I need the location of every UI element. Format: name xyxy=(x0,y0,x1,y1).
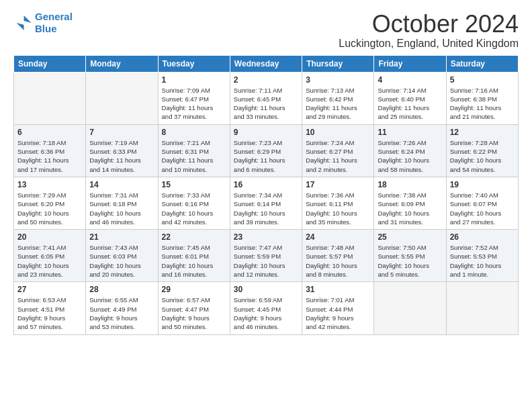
day-info: Sunrise: 7:34 AM Sunset: 6:14 PM Dayligh… xyxy=(234,191,298,226)
calendar-day xyxy=(14,72,86,124)
day-number: 21 xyxy=(89,232,154,242)
day-number: 13 xyxy=(17,180,82,189)
calendar-day: 31Sunrise: 7:01 AM Sunset: 4:44 PM Dayli… xyxy=(302,282,374,334)
day-number: 14 xyxy=(89,180,154,189)
logo-line2: Blue xyxy=(35,23,57,34)
day-info: Sunrise: 6:53 AM Sunset: 4:51 PM Dayligh… xyxy=(17,295,82,331)
day-number: 22 xyxy=(162,232,226,242)
day-number: 12 xyxy=(450,128,515,137)
calendar-day: 20Sunrise: 7:41 AM Sunset: 6:05 PM Dayli… xyxy=(14,230,86,282)
calendar-week-2: 6Sunrise: 7:18 AM Sunset: 6:36 PM Daylig… xyxy=(14,124,519,177)
day-info: Sunrise: 7:38 AM Sunset: 6:09 PM Dayligh… xyxy=(378,191,442,226)
day-info: Sunrise: 6:57 AM Sunset: 4:47 PM Dayligh… xyxy=(162,295,226,331)
day-info: Sunrise: 7:11 AM Sunset: 6:45 PM Dayligh… xyxy=(234,86,298,122)
calendar-day: 9Sunrise: 7:23 AM Sunset: 6:29 PM Daylig… xyxy=(230,124,302,177)
day-info: Sunrise: 7:40 AM Sunset: 6:07 PM Dayligh… xyxy=(450,191,515,226)
day-number: 25 xyxy=(378,232,442,242)
calendar-day: 8Sunrise: 7:21 AM Sunset: 6:31 PM Daylig… xyxy=(158,124,230,177)
calendar-day: 12Sunrise: 7:28 AM Sunset: 6:22 PM Dayli… xyxy=(446,124,518,177)
location: Luckington, England, United Kingdom xyxy=(339,38,519,50)
calendar-day: 15Sunrise: 7:33 AM Sunset: 6:16 PM Dayli… xyxy=(158,177,230,229)
calendar-day: 18Sunrise: 7:38 AM Sunset: 6:09 PM Dayli… xyxy=(374,177,446,229)
calendar-day: 6Sunrise: 7:18 AM Sunset: 6:36 PM Daylig… xyxy=(14,124,86,177)
calendar-day: 22Sunrise: 7:45 AM Sunset: 6:01 PM Dayli… xyxy=(158,230,230,282)
col-friday: Friday xyxy=(374,55,446,72)
day-number: 28 xyxy=(89,285,154,294)
day-info: Sunrise: 7:16 AM Sunset: 6:38 PM Dayligh… xyxy=(450,86,515,122)
calendar-day: 1Sunrise: 7:09 AM Sunset: 6:47 PM Daylig… xyxy=(158,72,230,124)
calendar-day: 11Sunrise: 7:26 AM Sunset: 6:24 PM Dayli… xyxy=(374,124,446,177)
day-number: 2 xyxy=(234,75,298,85)
day-number: 8 xyxy=(162,128,226,137)
day-number: 20 xyxy=(17,232,82,242)
calendar-day: 16Sunrise: 7:34 AM Sunset: 6:14 PM Dayli… xyxy=(230,177,302,229)
day-info: Sunrise: 7:26 AM Sunset: 6:24 PM Dayligh… xyxy=(378,138,442,174)
day-number: 27 xyxy=(17,285,82,294)
calendar-day: 28Sunrise: 6:55 AM Sunset: 4:49 PM Dayli… xyxy=(86,282,158,334)
col-tuesday: Tuesday xyxy=(158,55,230,72)
day-info: Sunrise: 6:55 AM Sunset: 4:49 PM Dayligh… xyxy=(89,295,154,331)
calendar-day: 26Sunrise: 7:52 AM Sunset: 5:53 PM Dayli… xyxy=(446,230,518,282)
calendar-day: 13Sunrise: 7:29 AM Sunset: 6:20 PM Dayli… xyxy=(14,177,86,229)
day-info: Sunrise: 7:14 AM Sunset: 6:40 PM Dayligh… xyxy=(378,86,442,122)
calendar-week-4: 20Sunrise: 7:41 AM Sunset: 6:05 PM Dayli… xyxy=(14,230,519,282)
logo: General Blue xyxy=(13,11,73,35)
title-block: October 2024 Luckington, England, United… xyxy=(339,11,519,50)
calendar-day: 24Sunrise: 7:48 AM Sunset: 5:57 PM Dayli… xyxy=(302,230,374,282)
day-info: Sunrise: 7:24 AM Sunset: 6:27 PM Dayligh… xyxy=(306,138,370,174)
day-info: Sunrise: 7:01 AM Sunset: 4:44 PM Dayligh… xyxy=(306,295,370,331)
day-info: Sunrise: 7:33 AM Sunset: 6:16 PM Dayligh… xyxy=(162,191,226,226)
day-number: 3 xyxy=(306,75,370,85)
calendar-day: 5Sunrise: 7:16 AM Sunset: 6:38 PM Daylig… xyxy=(446,72,518,124)
day-number: 23 xyxy=(234,232,298,242)
day-info: Sunrise: 7:48 AM Sunset: 5:57 PM Dayligh… xyxy=(306,243,370,279)
day-info: Sunrise: 7:31 AM Sunset: 6:18 PM Dayligh… xyxy=(89,191,154,226)
day-info: Sunrise: 7:18 AM Sunset: 6:36 PM Dayligh… xyxy=(17,138,82,174)
calendar-day: 2Sunrise: 7:11 AM Sunset: 6:45 PM Daylig… xyxy=(230,72,302,124)
day-info: Sunrise: 7:50 AM Sunset: 5:55 PM Dayligh… xyxy=(378,243,442,279)
day-info: Sunrise: 7:43 AM Sunset: 6:03 PM Dayligh… xyxy=(89,243,154,279)
day-number: 11 xyxy=(378,128,442,137)
day-number: 29 xyxy=(162,285,226,294)
col-wednesday: Wednesday xyxy=(230,55,302,72)
month-title: October 2024 xyxy=(339,11,519,38)
day-number: 24 xyxy=(306,232,370,242)
day-number: 30 xyxy=(234,285,298,294)
calendar-day xyxy=(374,282,446,334)
day-number: 5 xyxy=(450,75,515,85)
day-info: Sunrise: 7:19 AM Sunset: 6:33 PM Dayligh… xyxy=(89,138,154,174)
calendar-week-3: 13Sunrise: 7:29 AM Sunset: 6:20 PM Dayli… xyxy=(14,177,519,229)
logo-text: General Blue xyxy=(35,11,73,35)
calendar-day: 29Sunrise: 6:57 AM Sunset: 4:47 PM Dayli… xyxy=(158,282,230,334)
calendar-day xyxy=(86,72,158,124)
calendar-table: Sunday Monday Tuesday Wednesday Thursday… xyxy=(13,55,519,335)
day-info: Sunrise: 7:13 AM Sunset: 6:42 PM Dayligh… xyxy=(306,86,370,122)
calendar-day: 25Sunrise: 7:50 AM Sunset: 5:55 PM Dayli… xyxy=(374,230,446,282)
header: General Blue October 2024 Luckington, En… xyxy=(13,11,519,50)
day-number: 31 xyxy=(306,285,370,294)
calendar-day: 27Sunrise: 6:53 AM Sunset: 4:51 PM Dayli… xyxy=(14,282,86,334)
day-info: Sunrise: 7:36 AM Sunset: 6:11 PM Dayligh… xyxy=(306,191,370,226)
day-info: Sunrise: 7:09 AM Sunset: 6:47 PM Dayligh… xyxy=(162,86,226,122)
calendar-day: 21Sunrise: 7:43 AM Sunset: 6:03 PM Dayli… xyxy=(86,230,158,282)
day-number: 6 xyxy=(17,128,82,137)
page: General Blue October 2024 Luckington, En… xyxy=(0,0,532,342)
day-info: Sunrise: 7:45 AM Sunset: 6:01 PM Dayligh… xyxy=(162,243,226,279)
day-number: 26 xyxy=(450,232,515,242)
day-info: Sunrise: 7:29 AM Sunset: 6:20 PM Dayligh… xyxy=(17,191,82,226)
logo-icon xyxy=(13,13,32,32)
calendar-week-5: 27Sunrise: 6:53 AM Sunset: 4:51 PM Dayli… xyxy=(14,282,519,334)
day-info: Sunrise: 6:59 AM Sunset: 4:45 PM Dayligh… xyxy=(234,295,298,331)
col-saturday: Saturday xyxy=(446,55,518,72)
col-sunday: Sunday xyxy=(14,55,86,72)
calendar-day: 10Sunrise: 7:24 AM Sunset: 6:27 PM Dayli… xyxy=(302,124,374,177)
col-monday: Monday xyxy=(86,55,158,72)
day-number: 4 xyxy=(378,75,442,85)
day-number: 7 xyxy=(89,128,154,137)
day-number: 17 xyxy=(306,180,370,189)
day-number: 16 xyxy=(234,180,298,189)
day-number: 9 xyxy=(234,128,298,137)
svg-marker-0 xyxy=(17,15,32,30)
calendar-week-1: 1Sunrise: 7:09 AM Sunset: 6:47 PM Daylig… xyxy=(14,72,519,124)
day-info: Sunrise: 7:47 AM Sunset: 5:59 PM Dayligh… xyxy=(234,243,298,279)
